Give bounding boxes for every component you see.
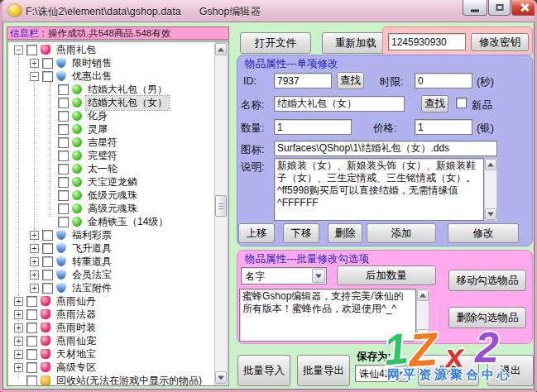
- scroll-down-button[interactable]: [215, 371, 227, 384]
- tree-checkbox[interactable]: [58, 98, 69, 108]
- tree-checkbox[interactable]: [26, 349, 37, 360]
- find-name-button[interactable]: 查找: [421, 95, 448, 112]
- expand-icon[interactable]: +: [30, 284, 39, 293]
- tree-checkbox[interactable]: [42, 230, 53, 241]
- collapse-icon[interactable]: −: [14, 45, 23, 55]
- name-input[interactable]: [274, 96, 405, 112]
- tree-item[interactable]: 低级元魂珠: [7, 189, 214, 202]
- tree-item[interactable]: 化身: [7, 109, 214, 122]
- add-button[interactable]: 添加: [367, 223, 436, 243]
- field-select[interactable]: 名字: [241, 267, 327, 284]
- modify-key-button[interactable]: 修改密钥: [471, 33, 529, 51]
- expand-icon[interactable]: +: [30, 59, 39, 68]
- batch-import-button[interactable]: 批量导入: [237, 355, 290, 386]
- tree-checkbox[interactable]: [26, 309, 37, 320]
- tree-item[interactable]: 灵犀: [7, 122, 214, 136]
- tree-item[interactable]: +燕雨仙丹: [7, 294, 214, 308]
- tree-checkbox[interactable]: [26, 296, 37, 307]
- expand-icon[interactable]: +: [14, 297, 23, 306]
- modify-button[interactable]: 修改: [448, 223, 519, 243]
- icon-path-input[interactable]: [274, 141, 497, 156]
- tree-checkbox[interactable]: [26, 323, 37, 333]
- expand-icon[interactable]: +: [14, 310, 23, 319]
- minimize-button[interactable]: [463, 0, 487, 16]
- tree-checkbox[interactable]: [58, 190, 69, 201]
- tree-item[interactable]: +飞升道具: [7, 241, 214, 255]
- find-id-button[interactable]: 查找: [337, 72, 364, 89]
- tree-item[interactable]: 天宝逆龙鳞: [7, 175, 214, 189]
- tree-checkbox[interactable]: [42, 243, 53, 254]
- tree-checkbox[interactable]: [58, 203, 69, 214]
- tree-checkbox[interactable]: [42, 58, 53, 69]
- about-textarea[interactable]: 蜜蜂Gshop编辑器，支持完美/诛仙的所有版本！蜜蜂作品，欢迎使用^_^: [239, 289, 416, 342]
- save-as-select[interactable]: 诛仙42: [355, 365, 408, 382]
- item-tree[interactable]: −燕雨礼包+限时销售−优惠出售结婚大礼包（男）结婚大礼包（女）化身灵犀吉星符完璧…: [7, 41, 229, 386]
- tree-item[interactable]: −燕雨礼包: [7, 43, 214, 56]
- tree-checkbox[interactable]: [58, 177, 69, 188]
- tree-item[interactable]: +燕雨时装: [7, 321, 214, 334]
- expand-icon[interactable]: +: [30, 270, 39, 280]
- title-bar[interactable]: F:\诛仙2\element\data\gshop.dataGshop编辑器: [2, 0, 535, 22]
- collapse-icon[interactable]: −: [30, 72, 39, 81]
- tree-item[interactable]: 完璧符: [7, 149, 214, 162]
- quantity-input[interactable]: [274, 119, 352, 135]
- combo-arrow-button[interactable]: [393, 366, 406, 380]
- price-input[interactable]: [415, 119, 472, 135]
- tree-item[interactable]: +燕雨仙宠: [7, 334, 214, 347]
- delete-checked-button[interactable]: 删除勾选物品: [448, 307, 526, 328]
- tree-checkbox[interactable]: [58, 84, 69, 95]
- tree-checkbox[interactable]: [26, 375, 37, 386]
- batch-export-button[interactable]: 批量导出: [297, 355, 350, 386]
- key-input[interactable]: [388, 33, 466, 50]
- expand-icon[interactable]: +: [14, 350, 23, 359]
- tree-item[interactable]: +天材地宝: [7, 347, 214, 361]
- new-item-checkbox[interactable]: [456, 98, 467, 108]
- tree-item[interactable]: +法宝附件: [7, 281, 214, 294]
- tree-item[interactable]: +转重道具: [7, 255, 214, 268]
- move-checked-button[interactable]: 移动勾选物品: [448, 270, 526, 291]
- tree-item[interactable]: −优惠出售: [7, 69, 214, 83]
- tree-item[interactable]: +会员法宝: [7, 268, 214, 281]
- tree-checkbox[interactable]: [58, 151, 69, 161]
- description-textarea[interactable]: 新娘装（女）、新娘装头饰（女）、新娘装鞋子（女）、三生定情戒、三生铭情戒（女）。…: [274, 158, 484, 221]
- open-file-button[interactable]: 打开文件: [240, 32, 311, 54]
- tree-checkbox[interactable]: [42, 256, 53, 267]
- tree-checkbox[interactable]: [58, 111, 69, 122]
- about-scrollbar[interactable]: [416, 289, 429, 342]
- reload-button[interactable]: 重新加载: [322, 32, 390, 54]
- time-limit-input[interactable]: [415, 73, 472, 88]
- combo-arrow-button[interactable]: [312, 269, 325, 283]
- tree-checkbox[interactable]: [42, 283, 53, 294]
- tree-item[interactable]: +福利彩票: [7, 228, 214, 241]
- maximize-button[interactable]: [488, 0, 511, 16]
- scroll-up-button[interactable]: [417, 289, 429, 301]
- append-quantity-button[interactable]: 后加数量: [337, 265, 436, 285]
- tree-item[interactable]: 回收站(无法在游戏中显示的物品): [7, 374, 214, 386]
- tree-item[interactable]: 吉星符: [7, 136, 214, 149]
- tree-item[interactable]: 结婚大礼包（女）: [7, 96, 214, 109]
- close-button[interactable]: [511, 0, 537, 16]
- expand-icon[interactable]: +: [14, 323, 23, 332]
- tree-item[interactable]: +高级专区: [7, 361, 214, 374]
- tree-item[interactable]: +限时销售: [7, 56, 214, 69]
- scroll-down-button[interactable]: [485, 208, 496, 220]
- tree-item[interactable]: 金精铁玉（14级）: [7, 215, 214, 228]
- tree-checkbox[interactable]: [42, 270, 53, 280]
- tree-checkbox[interactable]: [58, 124, 69, 135]
- scroll-thumb[interactable]: [215, 195, 227, 217]
- tree-item[interactable]: 太一轮: [7, 162, 214, 175]
- move-down-button[interactable]: 下移: [283, 223, 319, 243]
- tree-scrollbar[interactable]: [214, 42, 228, 385]
- tree-checkbox[interactable]: [42, 71, 53, 82]
- exit-button[interactable]: 退出: [487, 355, 534, 386]
- tree-item[interactable]: +燕雨法器: [7, 308, 214, 321]
- expand-icon[interactable]: +: [14, 363, 23, 372]
- tree-item[interactable]: 高级元魂珠: [7, 202, 214, 215]
- expand-icon[interactable]: +: [30, 244, 39, 253]
- scroll-up-button[interactable]: [215, 43, 227, 55]
- delete-button[interactable]: 删除: [328, 223, 362, 243]
- tree-checkbox[interactable]: [58, 137, 69, 148]
- description-scrollbar[interactable]: [484, 158, 497, 221]
- tree-checkbox[interactable]: [26, 336, 37, 347]
- scroll-down-button[interactable]: [417, 329, 429, 341]
